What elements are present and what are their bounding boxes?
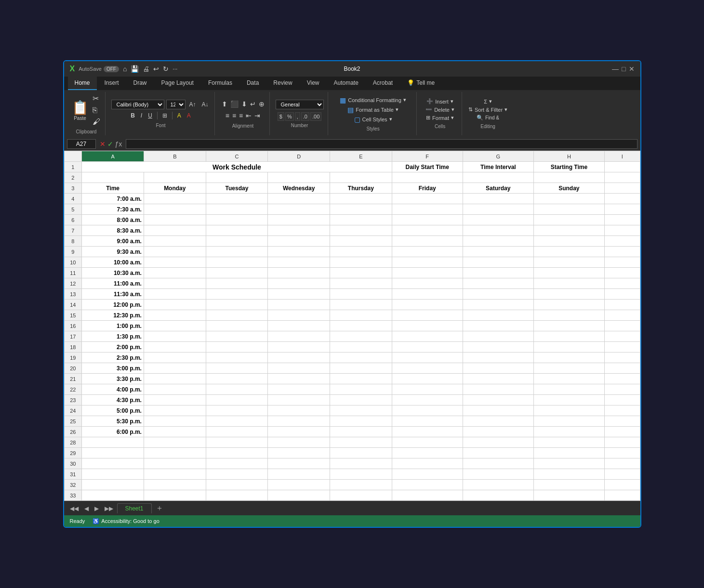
cell-g24[interactable] bbox=[463, 405, 533, 416]
cell-c13[interactable] bbox=[206, 289, 268, 300]
cell-d18[interactable] bbox=[268, 342, 330, 353]
cell-d7[interactable] bbox=[268, 225, 330, 236]
cell-i21[interactable] bbox=[604, 374, 640, 384]
col-header-c[interactable]: C bbox=[206, 151, 268, 162]
cell-29-7[interactable] bbox=[533, 448, 604, 458]
cell-g14[interactable] bbox=[463, 300, 533, 310]
font-color-button[interactable]: A bbox=[185, 111, 193, 120]
col-header-f[interactable]: F bbox=[392, 151, 463, 162]
italic-button[interactable]: I bbox=[139, 111, 144, 120]
cell-h11[interactable] bbox=[533, 268, 604, 278]
decrease-font-btn[interactable]: A↓ bbox=[200, 100, 211, 109]
cell-b5[interactable] bbox=[144, 204, 206, 215]
title-cell[interactable]: Work Schedule bbox=[82, 162, 392, 172]
cell-f4[interactable] bbox=[392, 194, 463, 204]
cell-f20[interactable] bbox=[392, 363, 463, 374]
cell-b21[interactable] bbox=[144, 374, 206, 384]
cell-e2[interactable] bbox=[330, 172, 392, 183]
cell-a9[interactable]: 9:30 a.m. bbox=[82, 247, 144, 257]
cell-c12[interactable] bbox=[206, 278, 268, 289]
cell-f24[interactable] bbox=[392, 405, 463, 416]
more-btn[interactable]: ··· bbox=[173, 65, 177, 72]
autosum-btn[interactable]: Σ ▾ bbox=[484, 98, 492, 105]
cell-b20[interactable] bbox=[144, 363, 206, 374]
cell-e15[interactable] bbox=[330, 310, 392, 321]
cell-h2[interactable] bbox=[533, 172, 604, 183]
paste-button[interactable]: 📋 Paste bbox=[72, 100, 89, 121]
cell-31-8[interactable] bbox=[604, 469, 640, 480]
cell-d2[interactable] bbox=[268, 172, 330, 183]
cell-b15[interactable] bbox=[144, 310, 206, 321]
cell-d11[interactable] bbox=[268, 268, 330, 278]
cell-b14[interactable] bbox=[144, 300, 206, 310]
cell-b11[interactable] bbox=[144, 268, 206, 278]
print-icon[interactable]: 🖨 bbox=[143, 65, 149, 73]
cell-h16[interactable] bbox=[533, 321, 604, 331]
cell-32-5[interactable] bbox=[392, 480, 463, 490]
cell-d24[interactable] bbox=[268, 405, 330, 416]
cell-h17[interactable] bbox=[533, 331, 604, 342]
tab-home[interactable]: Home bbox=[68, 77, 97, 90]
close-btn[interactable]: ✕ bbox=[629, 65, 635, 73]
cell-f23[interactable] bbox=[392, 395, 463, 405]
cell-d10[interactable] bbox=[268, 257, 330, 268]
cell-30-2[interactable] bbox=[206, 458, 268, 469]
align-center-btn[interactable]: ≡ bbox=[231, 111, 237, 120]
cell-33-8[interactable] bbox=[604, 490, 640, 501]
cell-a5[interactable]: 7:30 a.m. bbox=[82, 204, 144, 215]
cell-32-6[interactable] bbox=[463, 480, 533, 490]
cell-c8[interactable] bbox=[206, 236, 268, 247]
cell-b26[interactable] bbox=[144, 427, 206, 437]
cell-c16[interactable] bbox=[206, 321, 268, 331]
cell-e22[interactable] bbox=[330, 384, 392, 395]
cell-i26[interactable] bbox=[604, 427, 640, 437]
cell-28-6[interactable] bbox=[463, 437, 533, 448]
col-sunday-label[interactable]: Sunday bbox=[533, 183, 604, 194]
cell-d20[interactable] bbox=[268, 363, 330, 374]
cell-a20[interactable]: 3:00 p.m. bbox=[82, 363, 144, 374]
cell-f25[interactable] bbox=[392, 416, 463, 427]
cell-b23[interactable] bbox=[144, 395, 206, 405]
cell-e6[interactable] bbox=[330, 215, 392, 225]
cell-i25[interactable] bbox=[604, 416, 640, 427]
cell-a16[interactable]: 1:00 p.m. bbox=[82, 321, 144, 331]
cell-31-4[interactable] bbox=[330, 469, 392, 480]
cell-d5[interactable] bbox=[268, 204, 330, 215]
last-sheet-btn[interactable]: ▶▶ bbox=[103, 504, 115, 513]
cell-30-1[interactable] bbox=[144, 458, 206, 469]
cell-a2[interactable] bbox=[82, 172, 144, 183]
cell-f7[interactable] bbox=[392, 225, 463, 236]
cell-c11[interactable] bbox=[206, 268, 268, 278]
cell-a10[interactable]: 10:00 a.m. bbox=[82, 257, 144, 268]
save-icon[interactable]: 💾 bbox=[131, 65, 139, 73]
cell-e4[interactable] bbox=[330, 194, 392, 204]
cell-d22[interactable] bbox=[268, 384, 330, 395]
cell-29-0[interactable] bbox=[82, 448, 144, 458]
cell-a23[interactable]: 4:30 p.m. bbox=[82, 395, 144, 405]
cell-30-0[interactable] bbox=[82, 458, 144, 469]
cell-h23[interactable] bbox=[533, 395, 604, 405]
cell-h15[interactable] bbox=[533, 310, 604, 321]
format-painter-button[interactable]: 🖌 bbox=[92, 117, 101, 127]
undo-btn[interactable]: ↩ bbox=[153, 65, 159, 73]
cancel-formula-icon[interactable]: ✕ bbox=[100, 140, 106, 148]
cell-d4[interactable] bbox=[268, 194, 330, 204]
starting-time-cell[interactable]: Starting Time bbox=[533, 162, 604, 172]
sheet-tab-1[interactable]: Sheet1 bbox=[117, 503, 152, 513]
cell-h10[interactable] bbox=[533, 257, 604, 268]
cell-31-5[interactable] bbox=[392, 469, 463, 480]
col-time-label[interactable]: Time bbox=[82, 183, 144, 194]
cell-c25[interactable] bbox=[206, 416, 268, 427]
cell-i3[interactable] bbox=[604, 183, 640, 194]
cell-i16[interactable] bbox=[604, 321, 640, 331]
increase-font-btn[interactable]: A↑ bbox=[187, 100, 198, 109]
col-saturday-label[interactable]: Saturday bbox=[463, 183, 533, 194]
cell-f21[interactable] bbox=[392, 374, 463, 384]
fill-color-button[interactable]: A bbox=[175, 111, 183, 120]
cell-i24[interactable] bbox=[604, 405, 640, 416]
cell-i23[interactable] bbox=[604, 395, 640, 405]
cell-i8[interactable] bbox=[604, 236, 640, 247]
cell-d6[interactable] bbox=[268, 215, 330, 225]
bold-button[interactable]: B bbox=[129, 111, 137, 120]
cell-e10[interactable] bbox=[330, 257, 392, 268]
